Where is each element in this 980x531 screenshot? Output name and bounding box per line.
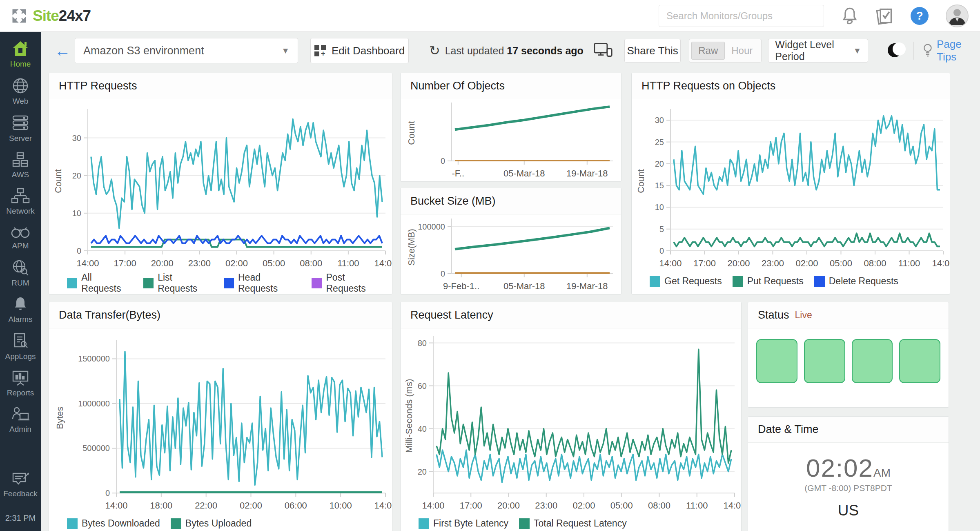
sidebar-item-label: Admin: [9, 425, 31, 434]
page-tips-link[interactable]: Page Tips: [923, 38, 980, 63]
lightbulb-icon: [923, 43, 933, 58]
globe-icon: [12, 77, 29, 94]
search-input[interactable]: [659, 5, 824, 27]
legend-item[interactable]: Put Requests: [733, 276, 804, 287]
home-icon: [11, 40, 30, 57]
date-time-body: 02:02AM (GMT -8:00) PST8PDT US 23 Mar 20…: [748, 443, 949, 531]
svg-text:40: 40: [418, 424, 427, 433]
svg-text:5: 5: [659, 225, 664, 234]
legend-item[interactable]: All Requests: [67, 272, 133, 294]
svg-text:20: 20: [72, 171, 81, 180]
status-box[interactable]: [804, 339, 845, 383]
svg-text:11:00: 11:00: [686, 500, 708, 511]
tasks-icon[interactable]: [875, 7, 893, 25]
sidebar-item-feedback[interactable]: Feedback: [3, 471, 37, 498]
svg-text:14:00: 14:00: [422, 500, 444, 511]
back-button[interactable]: ←: [54, 42, 71, 59]
clock-time: 02:02: [806, 454, 873, 482]
svg-text:17:00: 17:00: [460, 500, 482, 511]
sidebar-item-label: RUM: [11, 279, 29, 288]
share-this-button[interactable]: Share This: [624, 39, 681, 62]
status-box[interactable]: [756, 339, 797, 383]
legend-swatch: [650, 276, 660, 287]
panel-title: HTTP Requests on Objects: [632, 73, 950, 99]
chart-legend: Get RequestsPut RequestsDelete Requests: [632, 276, 950, 294]
legend-item[interactable]: Delete Requests: [814, 276, 898, 287]
status-title: Status: [758, 309, 789, 321]
sidebar-item-label: Server: [9, 134, 32, 143]
svg-text:23:00: 23:00: [762, 258, 784, 268]
sidebar-item-apm[interactable]: APM: [11, 224, 30, 250]
svg-text:10:00: 10:00: [330, 500, 352, 511]
http-requests-on-objects-chart[interactable]: 05101520253014:0017:0020:0023:0002:0005:…: [632, 99, 950, 272]
legend-item[interactable]: List Requests: [143, 272, 213, 294]
edit-dashboard-button[interactable]: + Edit Dashboard: [310, 38, 409, 63]
svg-text:05:00: 05:00: [263, 258, 285, 268]
sidebar-item-admin[interactable]: Admin: [9, 406, 31, 434]
expand-icon[interactable]: [12, 9, 26, 23]
sidebar-item-rum[interactable]: RUM: [11, 259, 29, 288]
sidebar-nav: Home Web Server AWS Network: [0, 32, 41, 531]
data-transfer-panel: Data Transfer(Bytes) 0500000100000015000…: [49, 302, 392, 531]
sidebar-item-aws[interactable]: AWS: [11, 152, 30, 179]
sidebar-item-home[interactable]: Home: [10, 40, 31, 69]
status-box[interactable]: [899, 339, 940, 383]
user-avatar[interactable]: [946, 4, 969, 27]
notification-bell-icon[interactable]: [841, 7, 858, 25]
hour-option[interactable]: Hour: [725, 42, 759, 59]
dashboard-selector[interactable]: Amazon S3 environment ▼: [75, 38, 298, 63]
legend-item[interactable]: Total Request Latency: [519, 518, 627, 529]
panel-title: Bucket Size (MB): [401, 188, 621, 214]
legend-item[interactable]: Head Requests: [224, 272, 301, 294]
region-label: US: [838, 502, 859, 519]
svg-text:0: 0: [105, 489, 110, 498]
panel-title: Date & Time: [748, 417, 949, 443]
svg-text:0: 0: [659, 246, 664, 255]
legend-swatch: [733, 276, 743, 287]
data-transfer-chart[interactable]: 05000001000000150000014:0018:0022:0002:0…: [49, 328, 392, 514]
sidebar-item-network[interactable]: Network: [6, 188, 35, 216]
http-requests-chart[interactable]: 010203014:0017:0020:0023:0002:0005:0008:…: [49, 99, 392, 272]
help-icon[interactable]: ?: [911, 7, 929, 25]
svg-text:15: 15: [655, 181, 664, 190]
legend-item[interactable]: Bytes Downloaded: [67, 518, 160, 529]
chart-legend: All RequestsList RequestsHead RequestsPo…: [49, 272, 392, 295]
svg-text:Count: Count: [636, 169, 646, 193]
panel-title: HTTP Requests: [49, 73, 392, 99]
bucket-size-chart[interactable]: 01000009-Feb-1..05-Mar-1819-Mar-18Size(M…: [401, 214, 621, 295]
legend-item[interactable]: Get Requests: [650, 276, 722, 287]
number-of-objects-chart[interactable]: 0-F..05-Mar-1819-Mar-18Count: [401, 99, 621, 182]
sidebar-item-server[interactable]: Server: [9, 114, 32, 143]
dark-mode-moon-icon[interactable]: [886, 42, 901, 59]
sidebar-item-alarms[interactable]: Alarms: [8, 296, 32, 324]
sidebar-item-label: APM: [12, 241, 29, 250]
sidebar-item-applogs[interactable]: AppLogs: [5, 332, 36, 361]
binoculars-icon: [11, 224, 30, 239]
sidebar-item-label: AppLogs: [5, 352, 36, 361]
legend-item[interactable]: Bytes Uploaded: [171, 518, 252, 529]
sidebar-item-label: Home: [10, 60, 31, 69]
raw-option[interactable]: Raw: [691, 42, 725, 60]
dashboard-name: Amazon S3 environment: [83, 45, 204, 57]
status-box[interactable]: [852, 339, 893, 383]
logo[interactable]: Site24x7: [12, 7, 91, 25]
svg-text:14:00: 14:00: [374, 500, 392, 511]
svg-text:22:00: 22:00: [195, 500, 217, 511]
widget-level-period-selector[interactable]: Widget Level Period ▼: [768, 39, 868, 62]
legend-swatch: [143, 278, 154, 288]
svg-text:14:00: 14:00: [76, 258, 99, 268]
legend-item[interactable]: First Byte Latency: [419, 518, 508, 529]
legend-item[interactable]: Post Requests: [312, 272, 385, 294]
svg-text:10: 10: [72, 209, 81, 218]
svg-text:18:00: 18:00: [150, 500, 172, 511]
sidebar-item-web[interactable]: Web: [12, 77, 29, 106]
svg-text:1000000: 1000000: [78, 399, 110, 408]
legend-label: All Requests: [81, 272, 133, 294]
svg-text:02:00: 02:00: [572, 500, 595, 511]
refresh-icon[interactable]: ↻: [429, 43, 440, 58]
svg-text:0: 0: [77, 246, 81, 255]
devices-icon[interactable]: [593, 42, 613, 60]
request-latency-chart[interactable]: 2040608014:0017:0020:0023:0002:0005:0008…: [401, 328, 741, 514]
sidebar-item-reports[interactable]: Reports: [7, 370, 34, 397]
legend-swatch: [312, 278, 322, 288]
